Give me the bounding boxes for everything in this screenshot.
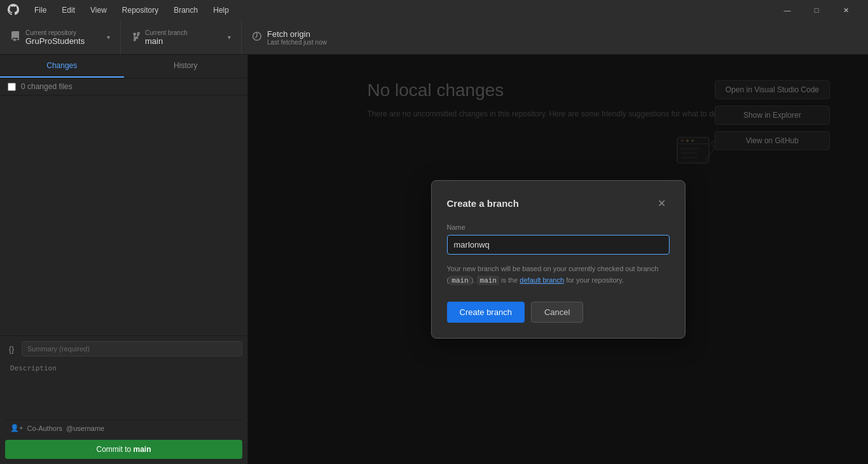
commit-summary-row: {} [5,341,242,356]
main-layout: Changes History 0 changed files {} 👤+ Co… [0,55,868,464]
maximize-button[interactable]: □ [802,0,831,20]
select-all-checkbox[interactable] [8,83,16,91]
current-repository-section[interactable]: Current repository GruProStudents ▾ [0,20,121,54]
toolbar: Current repository GruProStudents ▾ Curr… [0,20,868,55]
create-branch-button[interactable]: Create branch [447,302,525,323]
modal-header: Create a branch ✕ [447,196,670,211]
branch-name: main [145,36,188,46]
menu-repository[interactable]: Repository [120,4,161,16]
commit-icon: {} [5,344,18,354]
name-label: Name [447,223,670,231]
branch-chevron-icon: ▾ [228,34,231,41]
menu-bar[interactable]: File Edit View Repository Branch Help [32,4,231,16]
repo-chevron-icon: ▾ [107,34,110,41]
minimize-button[interactable]: — [773,0,802,20]
app-logo [8,4,19,17]
changes-list [0,95,247,335]
changed-files-count: 0 changed files [21,82,72,91]
repo-label: Current repository [25,29,85,36]
co-authors-row: 👤+ Co-Authors @username [5,419,242,436]
close-button[interactable]: ✕ [831,0,860,20]
titlebar: File Edit View Repository Branch Help — … [0,0,868,20]
modal-footer: Create branch Cancel [447,302,670,323]
fetch-icon [252,31,262,44]
branch-label: Current branch [145,29,188,36]
menu-view[interactable]: View [88,4,109,16]
sidebar: Changes History 0 changed files {} 👤+ Co… [0,55,248,464]
tab-changes[interactable]: Changes [0,55,124,78]
commit-summary-input[interactable] [22,341,242,356]
cancel-button[interactable]: Cancel [531,302,583,323]
fetch-origin-section[interactable]: Fetch origin Last fetched just now [242,20,369,54]
modal-title: Create a branch [447,198,519,209]
tab-history[interactable]: History [124,55,248,78]
repo-icon [10,31,20,44]
commit-button[interactable]: Commit to main [5,440,242,459]
default-branch-link[interactable]: default branch [520,276,564,284]
menu-help[interactable]: Help [210,4,231,16]
commit-area: {} 👤+ Co-Authors @username Commit to mai… [0,335,247,464]
modal-description: Your new branch will be based on your cu… [447,264,670,286]
modal-overlay: Create a branch ✕ Name Your new branch w… [248,55,868,464]
fetch-label: Fetch origin [267,29,327,39]
modal-close-button[interactable]: ✕ [654,196,670,211]
branch-icon [131,31,140,44]
co-authors-username: @username [66,425,104,432]
create-branch-modal: Create a branch ✕ Name Your new branch w… [431,180,685,338]
sidebar-tabs: Changes History [0,55,247,78]
branch-name-input[interactable] [447,235,670,255]
menu-file[interactable]: File [32,4,49,16]
main-content: No local changes There are no uncommitte… [248,55,868,464]
changed-files-bar: 0 changed files [0,78,247,95]
menu-edit[interactable]: Edit [59,4,78,16]
window-controls: — □ ✕ [773,0,860,20]
co-authors-label: Co-Authors [27,425,62,432]
commit-description-input[interactable] [5,360,242,418]
fetch-sublabel: Last fetched just now [267,39,327,46]
repo-name: GruProStudents [25,36,85,46]
current-branch-section[interactable]: Current branch main ▾ [121,20,242,54]
menu-branch[interactable]: Branch [171,4,200,16]
co-authors-icon: 👤+ [10,424,23,432]
